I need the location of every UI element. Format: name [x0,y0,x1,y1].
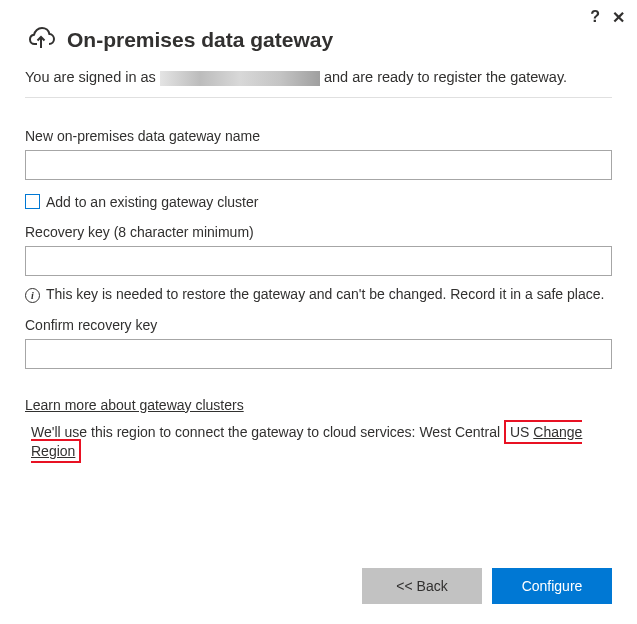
add-cluster-label: Add to an existing gateway cluster [46,194,258,210]
gateway-name-input[interactable] [25,150,612,180]
gateway-name-label: New on-premises data gateway name [25,128,612,144]
help-icon[interactable]: ? [590,8,600,27]
back-button[interactable]: << Back [362,568,482,604]
page-title: On-premises data gateway [67,28,333,52]
add-cluster-checkbox[interactable] [25,194,40,209]
recovery-info-text: This key is needed to restore the gatewa… [46,286,604,302]
region-prefix: We'll use this region to connect the gat… [31,424,504,440]
recovery-key-label: Recovery key (8 character minimum) [25,224,612,240]
confirm-key-label: Confirm recovery key [25,317,612,333]
configure-button[interactable]: Configure [492,568,612,604]
redacted-username [160,71,320,86]
signin-suffix: and are ready to register the gateway. [320,69,567,85]
cloud-upload-icon [25,22,57,57]
info-icon: i [25,288,40,303]
confirm-key-input[interactable] [25,339,612,369]
footer: << Back Configure [362,568,612,604]
learn-more-link[interactable]: Learn more about gateway clusters [25,397,244,413]
signin-status: You are signed in as and are ready to re… [25,67,612,89]
header: On-premises data gateway [25,22,612,57]
close-icon[interactable]: ✕ [612,8,625,27]
recovery-key-input[interactable] [25,246,612,276]
signin-prefix: You are signed in as [25,69,160,85]
divider [25,97,612,98]
region-name: US [510,424,529,440]
region-text: We'll use this region to connect the gat… [25,423,612,462]
